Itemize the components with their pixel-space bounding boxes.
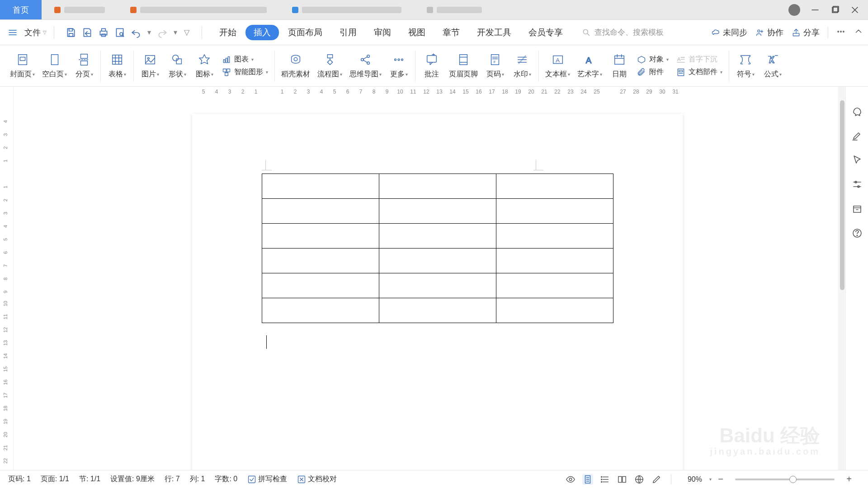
command-search[interactable]: 查找命令、搜索模板: [582, 27, 664, 38]
cover-page-button[interactable]: 封面页▾: [6, 51, 38, 81]
edit-mode-icon[interactable]: [651, 474, 662, 485]
minimize-button[interactable]: [810, 5, 820, 15]
blank-page-button[interactable]: 空白页▾: [38, 51, 71, 81]
shapes-button[interactable]: 形状▾: [164, 51, 191, 81]
page-break-button[interactable]: 分页▾: [71, 51, 98, 81]
collapse-ribbon-icon[interactable]: [854, 27, 863, 38]
attachment-button[interactable]: 附件: [637, 67, 669, 77]
tab-section[interactable]: 章节: [434, 25, 468, 40]
tab-home[interactable]: 首页: [0, 0, 42, 19]
picture-button[interactable]: 图片▾: [137, 51, 164, 81]
status-col[interactable]: 列: 1: [187, 474, 208, 484]
assistant-icon[interactable]: [851, 105, 863, 117]
watermark-button[interactable]: 水印▾: [509, 51, 536, 81]
header-footer-button[interactable]: 页眉页脚: [445, 51, 481, 81]
docparts-button[interactable]: 文档部件▾: [676, 67, 722, 77]
sync-button[interactable]: 未同步: [711, 27, 747, 38]
table-cell[interactable]: [379, 273, 496, 298]
table-cell[interactable]: [379, 298, 496, 323]
table-cell[interactable]: [496, 273, 613, 298]
eye-icon[interactable]: [565, 474, 576, 485]
page-number-button[interactable]: #页码▾: [481, 51, 509, 81]
table-cell[interactable]: [496, 249, 613, 273]
close-button[interactable]: [850, 5, 860, 15]
reading-view-icon[interactable]: [617, 474, 627, 485]
icons-button[interactable]: 图标▾: [191, 51, 218, 81]
table-cell[interactable]: [379, 249, 496, 273]
table-cell[interactable]: [496, 224, 613, 249]
table-cell[interactable]: [379, 174, 496, 199]
zoom-value[interactable]: 90%: [688, 475, 702, 483]
vertical-ruler[interactable]: 432112345678910111213141516171819202122: [0, 87, 14, 470]
horizontal-ruler[interactable]: 5432112345678910111213141516171819202122…: [14, 87, 838, 98]
symbol-button[interactable]: 符号▾: [732, 51, 759, 81]
docer-material-button[interactable]: 稻壳素材: [278, 51, 314, 81]
share-button[interactable]: 分享: [792, 27, 820, 38]
smartart-button[interactable]: 智能图形▾: [222, 67, 268, 77]
tab-view[interactable]: 视图: [400, 25, 434, 40]
table-button[interactable]: 表格▾: [104, 51, 131, 81]
table-cell[interactable]: [496, 199, 613, 224]
chevron-down-icon[interactable]: ▾: [709, 477, 712, 482]
highlight-icon[interactable]: [851, 129, 863, 142]
table-cell[interactable]: [262, 174, 379, 199]
more-button[interactable]: 更多▾: [385, 51, 412, 81]
redo-icon[interactable]: [156, 27, 168, 38]
status-section[interactable]: 节: 1/1: [76, 474, 103, 484]
vertical-scrollbar[interactable]: [838, 87, 845, 470]
menu-icon[interactable]: [8, 28, 17, 37]
textbox-button[interactable]: A文本框▾: [542, 51, 574, 81]
table-cell[interactable]: [379, 199, 496, 224]
spellcheck-button[interactable]: 拼写检查: [245, 474, 290, 484]
more-menu[interactable]: [836, 27, 845, 38]
chevron-down-icon[interactable]: ▾: [146, 27, 152, 38]
tab-insert[interactable]: 插入: [245, 25, 279, 40]
tab-doc-3[interactable]: [279, 0, 414, 19]
table-cell[interactable]: [496, 298, 613, 323]
tab-start[interactable]: 开始: [211, 25, 245, 40]
object-button[interactable]: 对象▾: [637, 55, 669, 65]
outline-view-icon[interactable]: [599, 474, 610, 485]
undo-icon[interactable]: [130, 27, 142, 38]
status-setting[interactable]: 设置值: 9厘米: [108, 474, 157, 484]
select-icon[interactable]: [851, 154, 863, 166]
table-cell[interactable]: [262, 224, 379, 249]
save-as-icon[interactable]: [81, 27, 93, 38]
print-icon[interactable]: [98, 27, 109, 38]
document-page[interactable]: [192, 114, 683, 470]
zoom-out-button[interactable]: −: [716, 475, 725, 484]
status-words[interactable]: 字数: 0: [212, 474, 240, 484]
web-view-icon[interactable]: [634, 474, 645, 485]
tab-doc-4[interactable]: [414, 0, 495, 19]
tab-review[interactable]: 审阅: [366, 25, 399, 40]
file-menu[interactable]: 文件 ▽: [22, 27, 49, 38]
print-preview-icon[interactable]: [114, 27, 126, 38]
page-view-icon[interactable]: [582, 474, 593, 485]
tab-doc-2[interactable]: [118, 0, 279, 19]
tab-devtools[interactable]: 开发工具: [469, 25, 519, 40]
user-avatar[interactable]: [788, 4, 800, 16]
zoom-in-button[interactable]: +: [844, 475, 854, 484]
table-cell[interactable]: [262, 249, 379, 273]
tab-pagelayout[interactable]: 页面布局: [280, 25, 330, 40]
wordart-button[interactable]: A艺术字▾: [574, 51, 606, 81]
document-canvas[interactable]: 5432112345678910111213141516171819202122…: [14, 87, 838, 470]
scrollbar-thumb[interactable]: [840, 100, 844, 290]
status-page-of[interactable]: 页面: 1/1: [38, 474, 72, 484]
zoom-thumb[interactable]: [789, 476, 797, 483]
tab-reference[interactable]: 引用: [331, 25, 365, 40]
chart-button[interactable]: 图表▾: [222, 55, 268, 65]
table-cell[interactable]: [496, 174, 613, 199]
tab-doc-1[interactable]: [42, 0, 118, 19]
equation-button[interactable]: 公式▾: [759, 51, 786, 81]
status-line[interactable]: 行: 7: [162, 474, 183, 484]
chevron-down-icon[interactable]: ▾: [173, 27, 178, 38]
table-cell[interactable]: [379, 224, 496, 249]
proofread-button[interactable]: 文档校对: [294, 474, 340, 484]
archive-icon[interactable]: [851, 202, 863, 215]
table-cell[interactable]: [262, 199, 379, 224]
flowchart-button[interactable]: 流程图▾: [314, 51, 346, 81]
table-cell[interactable]: [262, 273, 379, 298]
document-table[interactable]: [262, 174, 613, 323]
comment-button[interactable]: 批注: [418, 51, 445, 81]
